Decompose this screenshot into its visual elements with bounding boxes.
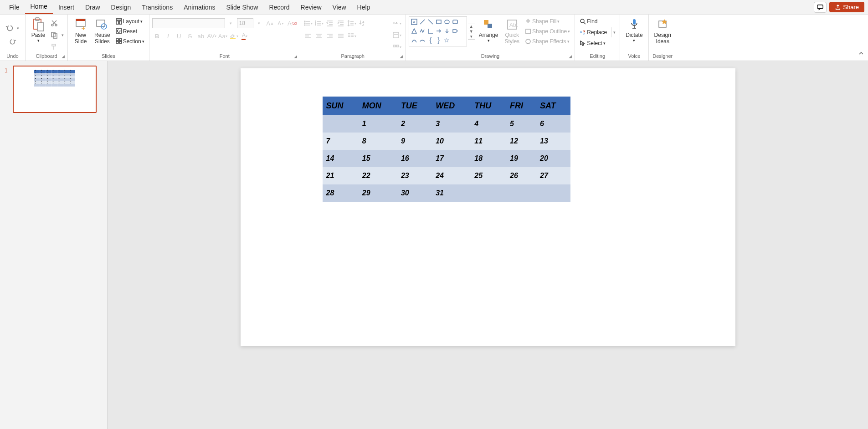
- shape-rect-icon[interactable]: [435, 18, 443, 26]
- calendar-cell[interactable]: 8: [359, 133, 397, 150]
- calendar-header-cell[interactable]: THU: [471, 97, 506, 115]
- shape-effects-button[interactable]: Shape Effects ▾: [523, 37, 572, 46]
- calendar-cell[interactable]: 3: [432, 115, 471, 133]
- decrease-indent-button[interactable]: [325, 18, 335, 28]
- calendar-cell[interactable]: 28: [323, 184, 359, 202]
- justify-button[interactable]: [336, 31, 346, 41]
- calendar-cell[interactable]: [323, 115, 359, 133]
- line-spacing-button[interactable]: ▾: [347, 18, 357, 28]
- calendar-cell[interactable]: 6: [536, 115, 570, 133]
- calendar-cell[interactable]: 25: [471, 167, 506, 184]
- launcher-icon[interactable]: ◢: [569, 54, 572, 59]
- convert-smartart-button[interactable]: ▾: [392, 42, 402, 52]
- text-direction-button[interactable]: IIA▾: [392, 18, 402, 28]
- replace-dropdown[interactable]: ▾: [611, 27, 617, 37]
- quick-styles-button[interactable]: Abc Quick Styles: [502, 16, 522, 46]
- calendar-header-cell[interactable]: MON: [359, 97, 397, 115]
- launcher-icon[interactable]: ◢: [400, 54, 403, 59]
- calendar-cell[interactable]: 4: [471, 115, 506, 133]
- tab-animations[interactable]: Animations: [178, 1, 221, 14]
- tab-transitions[interactable]: Transitions: [136, 1, 178, 14]
- calendar-cell[interactable]: 20: [536, 150, 570, 167]
- calendar-cell[interactable]: 19: [506, 150, 536, 167]
- copy-button[interactable]: [49, 30, 59, 40]
- shape-oval-icon[interactable]: [443, 18, 451, 26]
- columns-button[interactable]: ▾: [347, 31, 357, 41]
- shape-pentagon-icon[interactable]: [451, 27, 459, 35]
- calendar-cell[interactable]: 24: [432, 167, 471, 184]
- shape-triangle-icon[interactable]: [410, 27, 418, 35]
- new-slide-button[interactable]: New Slide: [71, 16, 91, 46]
- tab-home[interactable]: Home: [25, 0, 53, 14]
- scroll-up-icon[interactable]: ▲: [468, 24, 475, 29]
- decrease-font-button[interactable]: A▼: [276, 18, 286, 28]
- calendar-cell[interactable]: 7: [323, 133, 359, 150]
- calendar-cell[interactable]: 30: [397, 184, 432, 202]
- shape-brace-open-icon[interactable]: {: [426, 36, 435, 44]
- tab-draw[interactable]: Draw: [80, 1, 106, 14]
- calendar-cell[interactable]: 5: [506, 115, 536, 133]
- strikethrough-button[interactable]: S: [185, 31, 195, 41]
- layout-button[interactable]: Layout ▾: [114, 17, 146, 26]
- shape-line2-icon[interactable]: [426, 18, 435, 26]
- shadow-button[interactable]: ab: [196, 31, 206, 41]
- calendar-cell[interactable]: [471, 184, 506, 202]
- tab-design[interactable]: Design: [106, 1, 137, 14]
- canvas-area[interactable]: SUN MON TUE WED THU FRI SAT 1 2 3 4 5 6: [108, 61, 868, 429]
- calendar-cell[interactable]: 22: [359, 167, 397, 184]
- scroll-more-icon[interactable]: ▾: [468, 34, 475, 39]
- shape-arrowdown-icon[interactable]: [443, 27, 451, 35]
- calendar-cell[interactable]: 18: [471, 150, 506, 167]
- shape-arrow-icon[interactable]: [435, 27, 443, 35]
- calendar-cell[interactable]: 16: [397, 150, 432, 167]
- undo-dropdown[interactable]: ▾: [15, 23, 21, 33]
- bullets-button[interactable]: ▾: [303, 18, 313, 28]
- undo-button[interactable]: [5, 23, 15, 33]
- calendar-cell[interactable]: 10: [432, 133, 471, 150]
- select-button[interactable]: Select ▾: [578, 39, 607, 47]
- thumbnail-item[interactable]: 1: [0, 66, 107, 117]
- replace-button[interactable]: abReplace: [578, 28, 609, 36]
- cut-button[interactable]: [49, 18, 59, 28]
- reset-button[interactable]: Reset: [114, 27, 146, 36]
- calendar-cell[interactable]: 26: [506, 167, 536, 184]
- tab-view[interactable]: View: [327, 1, 352, 14]
- calendar-cell[interactable]: 14: [323, 150, 359, 167]
- shapes-gallery[interactable]: A { } ☆: [409, 16, 467, 46]
- reuse-slides-button[interactable]: Reuse Slides: [92, 16, 113, 46]
- tab-record[interactable]: Record: [263, 1, 295, 14]
- calendar-table[interactable]: SUN MON TUE WED THU FRI SAT 1 2 3 4 5 6: [323, 97, 570, 202]
- calendar-cell[interactable]: [506, 184, 536, 202]
- collapse-ribbon-button[interactable]: [858, 50, 864, 58]
- clear-formatting-button[interactable]: A⌫: [287, 18, 297, 28]
- tab-insert[interactable]: Insert: [53, 1, 80, 14]
- change-case-button[interactable]: Aa▾: [218, 31, 228, 41]
- format-painter-button[interactable]: [49, 42, 59, 52]
- numbering-button[interactable]: 123▾: [314, 18, 324, 28]
- copy-dropdown[interactable]: ▾: [60, 30, 65, 40]
- font-name-dropdown-icon[interactable]: ▾: [226, 18, 236, 28]
- share-button[interactable]: Share: [829, 2, 864, 12]
- underline-button[interactable]: U: [174, 31, 184, 41]
- shape-line-icon[interactable]: [418, 18, 426, 26]
- dictate-button[interactable]: Dictate ▾: [623, 16, 645, 44]
- highlight-button[interactable]: ▾: [229, 31, 239, 41]
- launcher-icon[interactable]: ◢: [294, 54, 297, 59]
- char-spacing-button[interactable]: AV▾: [207, 31, 217, 41]
- arrange-button[interactable]: Arrange ▾: [476, 16, 501, 44]
- calendar-header-cell[interactable]: FRI: [506, 97, 536, 115]
- calendar-cell[interactable]: 29: [359, 184, 397, 202]
- tab-help[interactable]: Help: [352, 1, 376, 14]
- align-text-button[interactable]: ▾: [392, 30, 402, 40]
- calendar-cell[interactable]: 27: [536, 167, 570, 184]
- tab-file[interactable]: File: [4, 1, 25, 14]
- shape-star-icon[interactable]: ☆: [443, 36, 451, 44]
- shape-arc-icon[interactable]: [418, 36, 426, 44]
- redo-button[interactable]: [8, 37, 18, 47]
- italic-button[interactable]: I: [163, 31, 173, 41]
- sort-button[interactable]: AZ: [358, 18, 368, 28]
- shape-curve-icon[interactable]: [410, 36, 418, 44]
- comments-button[interactable]: [814, 2, 827, 13]
- tab-slideshow[interactable]: Slide Show: [221, 1, 263, 14]
- bold-button[interactable]: B: [152, 31, 162, 41]
